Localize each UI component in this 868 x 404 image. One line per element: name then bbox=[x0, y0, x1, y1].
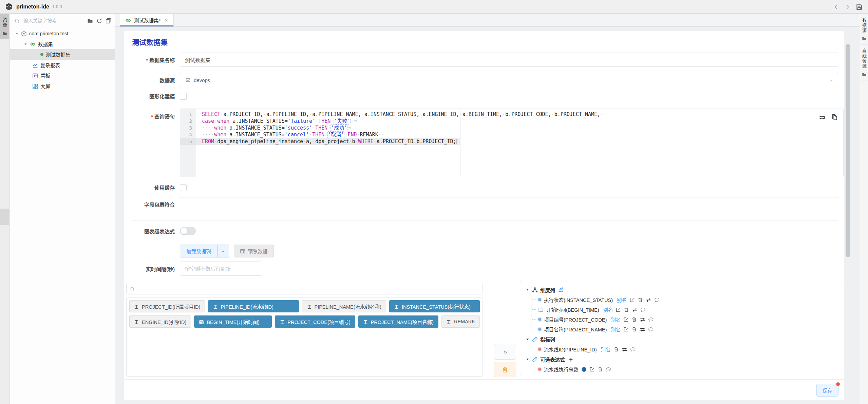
delete-selected-button[interactable] bbox=[494, 362, 516, 377]
field-chip[interactable]: ENGINE_ID(引擎ID) bbox=[129, 315, 191, 328]
field-chip[interactable]: PROJECT_NAME(项目名称) bbox=[358, 315, 438, 328]
dataset-name-row: *数据集名称 bbox=[124, 53, 844, 67]
swap-icon[interactable] bbox=[646, 296, 652, 303]
tree-node-kanban[interactable]: 看板 bbox=[10, 70, 115, 81]
caret-down-icon[interactable] bbox=[15, 31, 19, 36]
move-right-button[interactable]: » bbox=[494, 344, 516, 360]
tree-node-project[interactable]: com.primeton.test bbox=[10, 28, 115, 39]
tab-test-dataset[interactable]: 测试数据集* bbox=[120, 14, 174, 26]
use-cache-checkbox[interactable] bbox=[180, 184, 187, 191]
dataset-name-input[interactable] bbox=[180, 53, 838, 67]
trash-icon[interactable] bbox=[624, 307, 629, 313]
trash-icon[interactable] bbox=[638, 297, 643, 303]
new-folder-icon[interactable] bbox=[87, 17, 93, 24]
collapse-all-icon[interactable] bbox=[106, 17, 111, 24]
preview-data-button[interactable]: 预览数据 bbox=[234, 245, 274, 257]
vertical-scrollbar[interactable] bbox=[846, 44, 850, 257]
comment-icon[interactable] bbox=[640, 307, 646, 313]
column-section-header[interactable]: 指标列 bbox=[526, 334, 843, 344]
column-item-label: 开始时间(BEGIN_TIME) bbox=[546, 306, 599, 313]
resource-tree: com.primeton.test 数据集 测试数据集 复杂报表 看板 大屏 bbox=[10, 27, 115, 91]
alias-link[interactable]: 别名 bbox=[617, 296, 627, 303]
swap-icon[interactable] bbox=[622, 346, 627, 353]
save-all-icon[interactable] bbox=[856, 3, 863, 11]
column-item[interactable]: 开始时间(BEGIN_TIME)别名 bbox=[526, 305, 843, 314]
format-sql-icon[interactable] bbox=[819, 112, 826, 120]
field-chip[interactable]: INSTANCE_STATUS(执行状态) bbox=[389, 300, 480, 312]
offline-resource-vertical-tab[interactable]: 离线资源 bbox=[860, 44, 868, 80]
alias-link[interactable]: 别名 bbox=[601, 346, 611, 353]
alias-link[interactable]: 别名 bbox=[603, 306, 613, 313]
copy-sql-icon[interactable] bbox=[831, 112, 838, 120]
load-columns-split-button[interactable]: 加载数据列 bbox=[180, 245, 229, 257]
caret-down-icon[interactable] bbox=[526, 288, 530, 292]
caret-down-icon[interactable] bbox=[526, 337, 530, 342]
field-chip-label: PIPELINE_NAME(流水线名称) bbox=[315, 303, 381, 310]
column-item[interactable]: 流水线执行总数 bbox=[526, 364, 843, 374]
trash-icon[interactable] bbox=[614, 346, 619, 352]
trash-icon[interactable] bbox=[598, 366, 603, 372]
trash-icon[interactable] bbox=[631, 326, 637, 332]
column-item[interactable]: 流水线ID(PIPELINE_ID)别名 bbox=[526, 344, 843, 354]
edit-icon[interactable] bbox=[623, 316, 629, 323]
ruler-icon bbox=[532, 336, 538, 343]
comment-icon[interactable] bbox=[630, 346, 636, 352]
dock-panel-handle[interactable] bbox=[0, 209, 10, 225]
swap-icon[interactable] bbox=[640, 316, 645, 323]
field-chip[interactable]: REMARK bbox=[441, 315, 480, 328]
resources-vertical-tab[interactable]: 资源 bbox=[0, 14, 9, 39]
edit-icon[interactable] bbox=[589, 366, 595, 372]
close-tab-icon[interactable] bbox=[164, 18, 168, 23]
load-columns-dropdown-icon[interactable] bbox=[217, 245, 229, 257]
alias-link[interactable]: 别名 bbox=[611, 326, 621, 333]
field-chip[interactable]: PIPELINE_ID(流水线ID) bbox=[208, 300, 299, 312]
columns-search-input[interactable] bbox=[138, 286, 479, 292]
column-section-header[interactable]: 可选表达式 bbox=[526, 354, 843, 364]
field-chip[interactable]: BEGIN_TIME(开始时间) bbox=[194, 315, 272, 328]
column-item[interactable]: 项目名称(PROJECT_NAME)别名 bbox=[526, 324, 843, 334]
comment-icon[interactable] bbox=[648, 316, 654, 323]
column-item[interactable]: 项目编号(PROJECT_CODE)别名 bbox=[526, 314, 843, 324]
refresh-icon[interactable] bbox=[96, 17, 102, 24]
sql-editor[interactable]: 12345 SELECT·a.PROJECT_ID,·a.PIPELINE_ID… bbox=[180, 109, 844, 177]
swap-icon[interactable] bbox=[640, 326, 645, 333]
edit-icon[interactable] bbox=[629, 297, 635, 303]
tree-node-complex-report[interactable]: 复杂报表 bbox=[10, 60, 115, 70]
nav-back-icon[interactable] bbox=[833, 3, 839, 10]
graphical-modeling-checkbox[interactable] bbox=[180, 93, 187, 100]
tree-node-label: 复杂报表 bbox=[40, 61, 60, 69]
column-section-header[interactable]: 维度列 bbox=[526, 285, 843, 295]
tree-plus-icon[interactable] bbox=[558, 287, 564, 293]
datasource-vertical-tab[interactable]: 数据源 bbox=[860, 14, 868, 44]
swap-icon[interactable] bbox=[632, 306, 638, 313]
comment-icon[interactable] bbox=[606, 366, 611, 372]
field-chip[interactable]: PROJECT_ID(所属项目ID) bbox=[129, 300, 205, 312]
edit-icon[interactable] bbox=[616, 307, 621, 313]
tree-node-dataset-group[interactable]: 数据集 bbox=[10, 39, 115, 49]
caret-down-icon[interactable] bbox=[23, 42, 27, 46]
nav-forward-icon[interactable] bbox=[845, 3, 850, 10]
datasource-label: 数据源 bbox=[124, 77, 175, 84]
tree-node-test-dataset[interactable]: 测试数据集 bbox=[10, 49, 115, 60]
sidebar-search-input[interactable] bbox=[23, 18, 84, 24]
caret-down-icon[interactable] bbox=[526, 357, 530, 362]
sql-editor-code[interactable]: SELECT·a.PROJECT_ID,·a.PIPELINE_ID,·a.PI… bbox=[196, 109, 843, 177]
wrap-symbol-input[interactable] bbox=[180, 197, 838, 211]
plus-icon[interactable] bbox=[569, 357, 573, 362]
columns-search-box[interactable] bbox=[126, 283, 483, 294]
chart-expression-toggle[interactable] bbox=[180, 227, 196, 235]
column-item[interactable]: 执行状态(INSTANCE_STATUS)别名 bbox=[526, 295, 843, 305]
interval-input[interactable] bbox=[180, 262, 262, 276]
tree-node-bigscreen[interactable]: 大屏 bbox=[10, 81, 115, 91]
info-icon[interactable] bbox=[581, 366, 587, 372]
comment-icon[interactable] bbox=[648, 326, 654, 332]
load-columns-button[interactable]: 加载数据列 bbox=[180, 245, 217, 257]
trash-icon[interactable] bbox=[631, 316, 637, 323]
datasource-select[interactable]: devops bbox=[180, 73, 838, 87]
alias-link[interactable]: 别名 bbox=[611, 316, 621, 323]
comment-icon[interactable] bbox=[654, 297, 660, 303]
field-chip[interactable]: PIPELINE_NAME(流水线名称) bbox=[302, 300, 386, 312]
save-button[interactable]: 保存 bbox=[816, 384, 838, 397]
field-chip[interactable]: PROJECT_CODE(项目编号) bbox=[275, 315, 355, 328]
edit-icon[interactable] bbox=[623, 326, 629, 332]
